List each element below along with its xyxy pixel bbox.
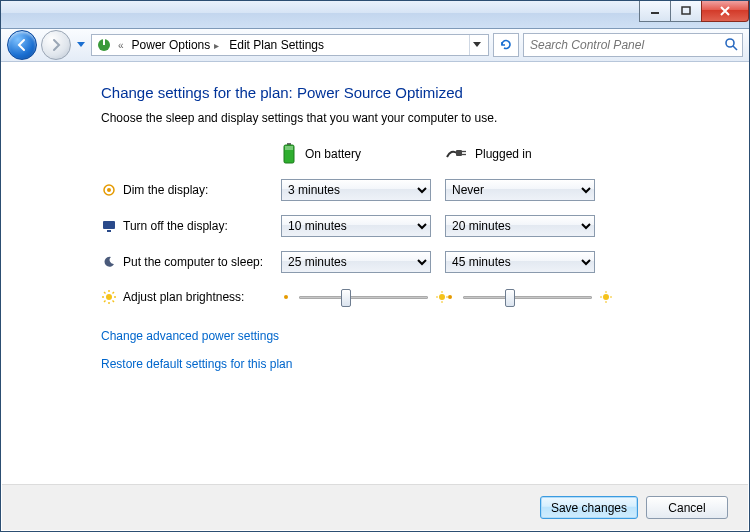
col-plugged: Plugged in [445,143,595,165]
forward-button[interactable] [41,30,71,60]
svg-rect-9 [456,150,462,156]
svg-line-24 [113,292,115,294]
arrow-right-icon [49,38,63,52]
footer: Save changes Cancel [2,484,748,530]
turn-off-plugged-select[interactable]: 20 minutes [445,215,595,237]
breadcrumb-dropdown[interactable] [469,35,484,55]
back-button[interactable] [7,30,37,60]
close-icon [719,6,731,16]
brightness-icon [101,289,117,305]
sun-large-icon [600,291,612,303]
power-options-icon [96,37,112,53]
save-button[interactable]: Save changes [540,496,638,519]
row-label: Put the computer to sleep: [123,255,281,269]
svg-line-22 [113,301,115,303]
col-battery: On battery [281,143,431,165]
brightness-plugged-slider[interactable] [463,289,592,305]
sun-small-icon [281,292,291,302]
brightness-plugged-slider-wrap [445,287,595,307]
refresh-icon [499,38,513,52]
window: « Power Options ▸ Edit Plan Settings Cha [0,0,750,532]
minimize-button[interactable] [639,1,671,22]
svg-point-31 [448,295,452,299]
sleep-plugged-select[interactable]: 45 minutes [445,251,595,273]
dim-display-plugged-select[interactable]: Never [445,179,595,201]
row-dim-display: Dim the display: 3 minutes Never [101,179,661,201]
chevron-right-icon: ▸ [212,40,221,51]
chevron-down-icon [473,42,481,48]
svg-line-23 [104,301,106,303]
svg-rect-8 [285,146,293,150]
svg-rect-3 [103,39,105,45]
window-controls [640,1,749,21]
svg-rect-1 [682,7,690,14]
minimize-icon [650,6,660,16]
arrow-left-icon [15,38,29,52]
chevron-left-double-icon: « [116,40,126,51]
advanced-settings-link[interactable]: Change advanced power settings [101,329,661,343]
breadcrumb-label: Power Options [132,38,211,52]
sleep-battery-select[interactable]: 25 minutes [281,251,431,273]
turn-off-battery-select[interactable]: 10 minutes [281,215,431,237]
row-label: Dim the display: [123,183,281,197]
row-brightness: Adjust plan brightness: [101,287,661,307]
breadcrumb-edit-plan[interactable]: Edit Plan Settings [227,38,326,52]
sun-small-icon [445,292,455,302]
search-icon [724,37,738,54]
maximize-button[interactable] [670,1,702,22]
page-title: Change settings for the plan: Power Sour… [101,84,661,101]
svg-point-4 [726,39,734,47]
chevron-down-icon [77,42,85,48]
refresh-button[interactable] [493,33,519,57]
links-section: Change advanced power settings Restore d… [101,329,661,371]
cancel-button[interactable]: Cancel [646,496,728,519]
svg-point-32 [603,294,609,300]
column-headers: On battery Plugged in [281,143,661,165]
battery-icon [281,143,297,165]
row-turn-off-display: Turn off the display: 10 minutes 20 minu… [101,215,661,237]
row-label: Turn off the display: [123,219,281,233]
plug-icon [445,147,467,161]
row-label: Adjust plan brightness: [123,290,281,304]
svg-line-5 [733,46,737,50]
history-dropdown[interactable] [75,32,87,58]
dim-display-icon [101,182,117,198]
svg-rect-15 [107,230,111,232]
breadcrumb-power-options[interactable]: Power Options ▸ [130,38,224,52]
search-input[interactable] [528,37,724,53]
page-subtitle: Choose the sleep and display settings th… [101,111,661,125]
restore-defaults-link[interactable]: Restore default settings for this plan [101,357,661,371]
col-plugged-label: Plugged in [475,147,532,161]
close-button[interactable] [701,1,749,22]
nav-bar: « Power Options ▸ Edit Plan Settings [1,29,749,62]
svg-point-25 [284,295,288,299]
titlebar [1,1,749,29]
brightness-battery-slider[interactable] [299,289,428,305]
svg-point-16 [106,294,112,300]
dim-display-battery-select[interactable]: 3 minutes [281,179,431,201]
sleep-icon [101,254,117,270]
search-box[interactable] [523,33,743,57]
col-battery-label: On battery [305,147,361,161]
row-sleep: Put the computer to sleep: 25 minutes 45… [101,251,661,273]
svg-line-21 [104,292,106,294]
breadcrumb-label: Edit Plan Settings [229,38,324,52]
turn-off-display-icon [101,218,117,234]
svg-point-13 [107,188,111,192]
svg-rect-0 [651,12,659,14]
breadcrumb[interactable]: « Power Options ▸ Edit Plan Settings [91,34,489,56]
maximize-icon [681,6,691,16]
brightness-battery-slider-wrap [281,287,431,307]
content-area: Change settings for the plan: Power Sour… [1,62,749,485]
svg-rect-14 [103,221,115,229]
